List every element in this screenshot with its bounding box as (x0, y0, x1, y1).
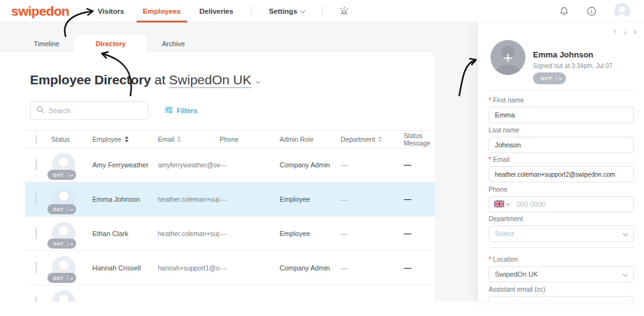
close-panel-chevron-icon[interactable]: › (634, 27, 637, 36)
field-first-name: *First name (489, 96, 634, 123)
department-select[interactable] (489, 225, 634, 242)
filters-button[interactable]: Filters (165, 106, 197, 115)
email-input[interactable] (489, 166, 634, 182)
column-header-phone[interactable]: Phone (220, 136, 280, 143)
tab-timeline[interactable]: Timeline (19, 35, 74, 52)
sort-icon (177, 136, 181, 142)
last-name-input[interactable] (489, 137, 634, 153)
status-badge[interactable]: OUT (47, 204, 76, 214)
table-row[interactable]: OUT Ethan Clark heather.coleman+suppor..… (25, 217, 435, 251)
first-name-input[interactable] (489, 107, 634, 123)
previous-employee-arrow-icon[interactable]: ↑ (613, 27, 617, 36)
field-assistant-email: Assistant email (cc) (489, 285, 634, 302)
divider (489, 247, 633, 248)
row-checkbox[interactable] (36, 159, 37, 170)
employee-status-message: — (404, 229, 435, 238)
sort-icon (125, 136, 129, 142)
nav-item-deliveries[interactable]: Deliveries (198, 1, 235, 21)
status-badge[interactable]: OUT (47, 170, 76, 180)
nav-item-employees[interactable]: Employees (142, 1, 182, 21)
employee-photo-upload[interactable]: + (490, 40, 525, 75)
table-toolbar: Filters (30, 101, 197, 120)
assistant-email-input[interactable] (489, 296, 634, 302)
chevron-down-icon (256, 79, 260, 84)
employee-department: — (341, 195, 404, 203)
employee-admin-role: Company Admin (280, 161, 341, 169)
uk-flag-icon (494, 200, 504, 207)
status-badge[interactable]: OUT (47, 239, 76, 249)
row-checkbox[interactable] (36, 193, 37, 205)
page-title: Employee Directory at SwipedOn UK (30, 72, 260, 87)
column-header-admin-role[interactable]: Admin Role (280, 136, 341, 143)
row-checkbox[interactable] (36, 262, 37, 274)
employee-phone: — (220, 195, 280, 203)
table-row-selected[interactable]: OUT Emma Johnson heather.coleman+suppor.… (25, 182, 435, 217)
employee-admin-role: Company Admin (280, 264, 341, 272)
row-checkbox[interactable] (36, 296, 37, 302)
employee-admin-role: Employee (280, 195, 341, 203)
panel-employee-name: Emma Johnson (533, 50, 593, 59)
required-marker: * (489, 156, 491, 163)
table-row[interactable]: OUT Amy Ferryweather amyferryweather@swi… (25, 148, 435, 182)
next-employee-arrow-icon[interactable]: ↓ (623, 27, 627, 36)
chevron-down-icon (300, 7, 305, 12)
info-icon[interactable] (587, 6, 597, 16)
employee-name: Amy Ferryweather (92, 161, 158, 169)
row-checkbox[interactable] (36, 227, 37, 239)
directory-card: Employee Directory at SwipedOn UK (0, 52, 435, 302)
chevron-down-icon (70, 242, 73, 245)
search-input[interactable] (49, 107, 142, 114)
location-select[interactable] (489, 266, 634, 282)
field-phone: Phone (489, 185, 634, 212)
phone-input[interactable] (489, 196, 634, 212)
tab-archive[interactable]: Archive (147, 35, 200, 52)
employee-status-message: — (404, 264, 435, 272)
column-header-status-message[interactable]: Status Message (404, 132, 435, 147)
employee-phone: — (220, 264, 280, 272)
nav-item-visitors[interactable]: Visitors (97, 1, 125, 21)
column-header-employee[interactable]: Employee (92, 136, 158, 143)
page-title-text: Employee Directory (30, 72, 151, 87)
nav-item-settings[interactable]: Settings (268, 1, 306, 21)
location-selector[interactable]: SwipedOn UK (169, 72, 251, 88)
filters-icon (165, 106, 173, 115)
tab-directory[interactable]: Directory (74, 35, 147, 52)
user-avatar[interactable] (614, 3, 630, 19)
topbar-right-icons (559, 3, 644, 19)
employee-name: Ethan Clark (92, 230, 158, 237)
panel-navigation: ↑ ↓ › (613, 27, 637, 36)
employee-email: amyferryweather@swipe... (158, 161, 220, 169)
chevron-down-icon (70, 207, 73, 210)
field-location: *Location (489, 255, 634, 282)
employee-name: Emma Johnson (92, 195, 158, 203)
search-box (30, 101, 149, 120)
field-email: *Email (489, 156, 634, 182)
notifications-bell-icon[interactable] (559, 6, 569, 16)
employee-department: — (341, 161, 404, 169)
status-badge[interactable]: OUT (47, 273, 76, 283)
employee-status-message: — (404, 195, 435, 204)
column-header-status[interactable]: Status (51, 136, 92, 143)
employee-email: heather.coleman+suppor... (158, 195, 220, 203)
divider (489, 90, 633, 91)
country-code-selector[interactable] (494, 200, 509, 207)
required-marker: * (489, 96, 491, 104)
employee-email: heather.coleman+suppor... (158, 230, 220, 237)
swipedon-logo[interactable]: swipedon (11, 4, 69, 19)
select-all-checkbox[interactable] (36, 135, 37, 144)
employee-email: hannah+support1@swip... (158, 264, 220, 272)
panel-status-badge[interactable]: OUT (533, 72, 566, 84)
tab-strip: Timeline Directory Archive (0, 22, 479, 52)
table-row[interactable]: OUT Hannah Crissell hannah+support1@swip… (25, 251, 435, 285)
search-icon (36, 105, 44, 116)
primary-nav: Visitors Employees Deliveries Settings (97, 1, 349, 21)
app-window: swipedon Visitors Employees Deliveries S… (0, 0, 644, 316)
table-row[interactable]: OUT (25, 285, 435, 302)
field-department: Department (489, 215, 634, 242)
panel-status-line: Signed out at 3:34pm, Jul 07 (533, 62, 612, 69)
column-header-email[interactable]: Email (158, 136, 220, 143)
active-nav-underline (137, 21, 187, 22)
emergency-siren-icon[interactable] (339, 6, 349, 16)
column-header-department[interactable]: Department (341, 136, 404, 143)
employee-admin-role: Employee (280, 230, 341, 237)
